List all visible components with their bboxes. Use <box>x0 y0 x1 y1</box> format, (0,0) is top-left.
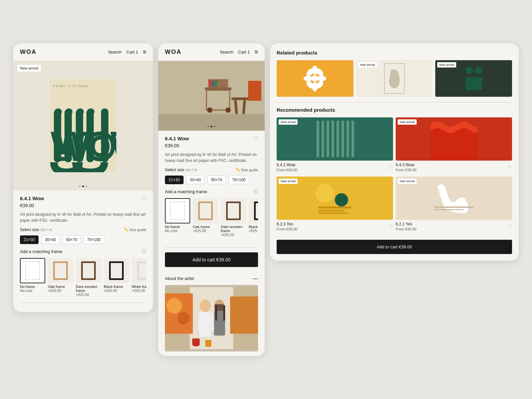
related-badge-2: New arrival <box>358 62 377 67</box>
left-frame-black[interactable]: Black frame +€25.00 <box>104 258 129 297</box>
center-bookmark-icon[interactable]: ♡ <box>253 135 258 142</box>
rec-grid: New arrival <box>277 117 512 233</box>
svg-point-19 <box>207 107 212 113</box>
left-info-icon[interactable]: ⓘ <box>142 249 146 255</box>
dot-2[interactable] <box>82 186 84 187</box>
rec-badge-4: New arrival <box>398 179 417 184</box>
center-product-desc: Art print designed by K–W for Wall of Ar… <box>165 152 258 164</box>
size-30x40[interactable]: 30×40 <box>41 235 60 244</box>
furniture-artwork <box>158 61 265 131</box>
center-add-to-cart-button[interactable]: Add to cart €39.00 <box>165 252 258 267</box>
right-panel: Related products <box>270 43 519 261</box>
rec-thumb-container-1[interactable]: New arrival <box>277 117 393 161</box>
right-add-to-cart-button[interactable]: Add to cart €39.00 <box>277 240 512 254</box>
rec-item-3: New arrival <box>277 177 393 233</box>
rec-thumb-container-3[interactable]: New arrival <box>277 177 393 220</box>
center-dot-2[interactable] <box>211 126 212 127</box>
left-product-price: €39.00 <box>20 203 146 208</box>
center-menu-icon[interactable]: ≡ <box>254 49 258 56</box>
related-item-1[interactable] <box>277 60 353 97</box>
svg-rect-64 <box>317 121 319 157</box>
rec-bookmark-2[interactable]: ♡ <box>508 165 512 170</box>
size-50x70[interactable]: 50×70 <box>62 235 81 244</box>
left-frame-price-oak: +€25.00 <box>48 289 73 293</box>
center-frame-oak[interactable]: Oak frame +€25.00 <box>193 198 218 237</box>
rec-bookmark-3[interactable]: ♡ <box>389 224 393 229</box>
svg-rect-70 <box>346 121 349 157</box>
center-frame-dark[interactable]: Dark wooden frame +€25.00 <box>221 198 246 237</box>
svg-point-74 <box>316 184 334 202</box>
related-grid: New arrival New arrival <box>277 60 512 97</box>
center-cart-button[interactable]: Cart 1 <box>238 50 250 55</box>
center-ruler-icon: 📏 <box>235 168 240 172</box>
related-title: Related products <box>277 50 512 56</box>
artist-svg <box>165 285 258 351</box>
left-frame-price-black: +€25.00 <box>104 289 129 293</box>
center-size-70x100[interactable]: 70×100 <box>228 176 249 184</box>
left-frame-dark[interactable]: Dark wooden frame +€25.00 <box>76 258 101 297</box>
center-info-icon[interactable]: ⓘ <box>253 189 258 195</box>
rec-badge-1: New arrival <box>279 119 298 125</box>
left-size-guide-button[interactable]: 📏 Size guide <box>124 227 146 232</box>
size-70x100[interactable]: 70×100 <box>83 235 104 244</box>
oak-frame-shape <box>53 261 68 280</box>
center-search-button[interactable]: Search <box>220 50 233 55</box>
svg-rect-76 <box>318 206 351 208</box>
left-search-button[interactable]: Search <box>108 50 122 55</box>
rec-bookmark-4[interactable]: ♡ <box>508 224 512 229</box>
left-bookmark-icon[interactable]: ♡ <box>142 195 146 201</box>
rec-text-2: 6.4.3 Wow From €39.00 <box>396 163 416 172</box>
center-frame-thumb-dark <box>221 198 246 223</box>
rec-bookmark-1[interactable]: ♡ <box>389 165 393 170</box>
rec-info-1: 6.4.2 Wow From €39.00 ♡ <box>277 161 393 174</box>
left-frame-oak[interactable]: Oak frame +€25.00 <box>48 258 73 297</box>
center-size-21x30[interactable]: 21×30 <box>165 176 184 184</box>
svg-point-20 <box>225 107 231 113</box>
rec-thumb-container-2[interactable]: New arrival <box>396 117 512 161</box>
ruler-icon: 📏 <box>124 227 128 232</box>
left-frame-price-dark: +€25.00 <box>76 293 101 297</box>
center-frame-none[interactable]: No frame No cost <box>165 198 190 237</box>
related-item-2[interactable]: New arrival <box>356 60 433 97</box>
center-header-actions: Search Cart 1 ≡ <box>220 49 258 56</box>
center-frame-black[interactable]: Black frame +€25.00 <box>249 198 258 237</box>
svg-rect-23 <box>214 80 217 87</box>
center-dot-1[interactable] <box>207 126 209 127</box>
svg-rect-78 <box>318 212 348 214</box>
center-frame-price-dark: +€25.00 <box>221 233 246 237</box>
center-size-30x40[interactable]: 30×40 <box>186 176 205 184</box>
collapse-icon[interactable]: — <box>253 276 258 282</box>
center-size-guide-button[interactable]: 📏 Size guide <box>235 168 258 172</box>
left-size-unit: cm / in <box>40 227 52 232</box>
rec-price-1: From €39.00 <box>277 168 297 172</box>
size-21x30[interactable]: 21×30 <box>20 235 39 244</box>
svg-rect-13 <box>101 108 108 115</box>
rec-thumb-container-4[interactable]: New arrival <box>396 177 512 220</box>
center-dot-3[interactable] <box>214 126 216 127</box>
svg-rect-42 <box>223 305 225 321</box>
left-frame-price-none: No cost <box>20 289 45 293</box>
center-size-50x70[interactable]: 50×70 <box>207 176 226 184</box>
left-frame-white[interactable]: White frame +€25.00 <box>132 258 146 297</box>
left-menu-icon[interactable]: ≡ <box>143 49 146 56</box>
center-frame-price-oak: +€25.00 <box>193 229 218 233</box>
center-phone: WOA Search Cart 1 ≡ <box>158 43 265 356</box>
center-frame-thumb-none <box>165 198 190 223</box>
left-frame-none[interactable]: No frame No cost <box>20 258 45 297</box>
center-frame-label: Add a matching frame <box>165 189 207 194</box>
rec-item-1: New arrival <box>277 117 393 174</box>
left-header-actions: Search Cart 1 ≡ <box>108 49 146 56</box>
dot-1[interactable] <box>79 186 81 187</box>
svg-rect-10 <box>65 108 72 115</box>
center-frame-name-black: Black frame <box>249 225 258 229</box>
left-cart-button[interactable]: Cart 1 <box>126 50 138 55</box>
dot-3[interactable] <box>86 186 87 187</box>
svg-point-34 <box>200 300 211 312</box>
rec-text-1: 6.4.2 Wow From €39.00 <box>277 163 297 172</box>
related-item-3[interactable]: New arrival <box>435 60 512 97</box>
svg-rect-22 <box>212 81 214 87</box>
rec-item-4: New arrival <box>396 177 512 233</box>
center-size-row: Select size cm / in 📏 Size guide <box>165 168 258 172</box>
center-size-label: Select size cm / in <box>165 168 197 172</box>
left-carousel-dots <box>79 186 87 187</box>
